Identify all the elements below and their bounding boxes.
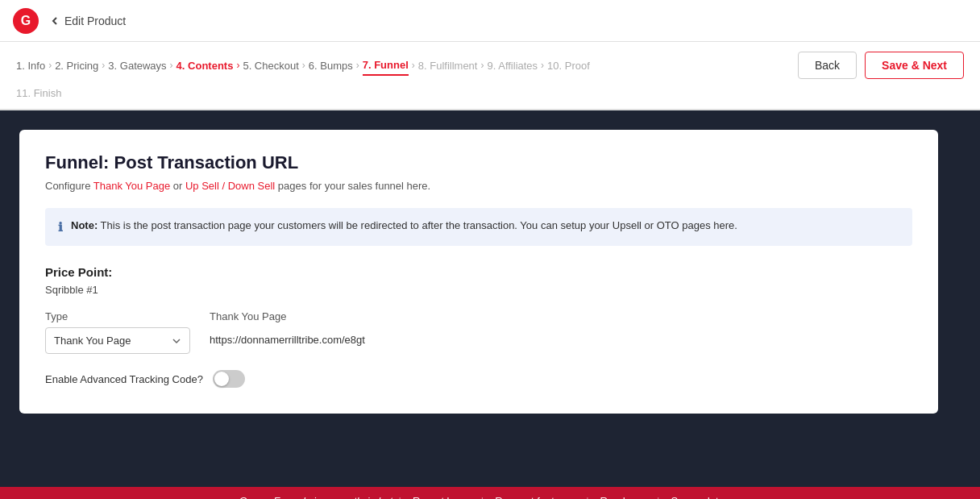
card-subtitle: Configure Thank You Page or Up Sell / Do… bbox=[45, 180, 912, 192]
form-row: Type Thank You Page Up Sell Down Sell Th… bbox=[45, 310, 912, 354]
tracking-toggle[interactable] bbox=[213, 370, 245, 388]
step-fulfillment[interactable]: 8. Fulfillment bbox=[418, 56, 478, 75]
steps-row1: 1. Info › 2. Pricing › 3. Gateways › 4. … bbox=[0, 42, 980, 79]
info-box-text: Note: This is the post transaction page … bbox=[71, 219, 737, 231]
type-field: Type Thank You Page Up Sell Down Sell bbox=[45, 310, 190, 354]
step-contents[interactable]: 4. Contents bbox=[176, 56, 234, 75]
back-to-products-button[interactable]: Edit Product bbox=[48, 15, 126, 27]
step-gateways[interactable]: 3. Gateways bbox=[108, 56, 166, 75]
info-icon: ℹ bbox=[58, 220, 63, 235]
step-funnel[interactable]: 7. Funnel bbox=[363, 56, 409, 76]
url-field: Thank You Page https://donnamerrilltribe… bbox=[210, 310, 365, 346]
steps-wrapper: 1. Info › 2. Pricing › 3. Gateways › 4. … bbox=[0, 42, 980, 110]
footer-see-updates-link[interactable]: See updates bbox=[659, 495, 741, 499]
app-logo: G bbox=[13, 8, 39, 34]
footer-beta-text: GrooveFunnels is currently in beta bbox=[239, 495, 399, 499]
step-bumps[interactable]: 6. Bumps bbox=[309, 56, 353, 75]
chevron-icon-6: › bbox=[356, 60, 359, 71]
step-proof[interactable]: 10. Proof bbox=[547, 56, 590, 75]
steps-row2: 11. Finish bbox=[0, 79, 980, 109]
chevron-icon-4: › bbox=[236, 60, 239, 71]
steps-actions: Back Save & Next bbox=[798, 52, 964, 79]
tracking-row: Enable Advanced Tracking Code? bbox=[45, 370, 912, 388]
footer-report-bugs-link[interactable]: Report bugs bbox=[401, 495, 481, 499]
step-pricing[interactable]: 2. Pricing bbox=[55, 56, 98, 75]
header: G Edit Product bbox=[0, 0, 980, 42]
main-content-area: Funnel: Post Transaction URL Configure T… bbox=[0, 110, 980, 487]
chevron-icon-7: › bbox=[412, 60, 415, 71]
step-affiliates[interactable]: 9. Affiliates bbox=[487, 56, 538, 75]
type-label: Type bbox=[45, 310, 190, 322]
upsell-downsell-link[interactable]: Up Sell / Down Sell bbox=[185, 180, 275, 192]
tracking-label: Enable Advanced Tracking Code? bbox=[45, 373, 203, 385]
step-finish[interactable]: 11. Finish bbox=[16, 84, 964, 102]
info-box: ℹ Note: This is the post transaction pag… bbox=[45, 208, 912, 246]
url-label: Thank You Page bbox=[210, 310, 365, 322]
chevron-icon-9: › bbox=[541, 60, 544, 71]
chevron-icon-8: › bbox=[480, 60, 484, 71]
save-next-button[interactable]: Save & Next bbox=[865, 52, 964, 79]
chevron-icon-5: › bbox=[302, 60, 305, 71]
step-checkout[interactable]: 5. Checkout bbox=[243, 56, 298, 75]
footer-request-features-link[interactable]: Request features bbox=[484, 495, 586, 499]
price-point-value: Sqribble #1 bbox=[45, 284, 912, 296]
chevron-icon-3: › bbox=[170, 60, 173, 71]
footer-roadmap-link[interactable]: Roadmap bbox=[589, 495, 657, 499]
card-title: Funnel: Post Transaction URL bbox=[45, 152, 912, 173]
type-select[interactable]: Thank You Page Up Sell Down Sell bbox=[45, 327, 190, 354]
funnel-card: Funnel: Post Transaction URL Configure T… bbox=[19, 130, 938, 414]
url-value: https://donnamerrilltribe.com/e8gt bbox=[210, 327, 365, 346]
thank-you-page-link[interactable]: Thank You Page bbox=[93, 180, 170, 192]
step-info[interactable]: 1. Info bbox=[16, 56, 45, 75]
chevron-icon-1: › bbox=[48, 60, 52, 71]
price-point-label: Price Point: bbox=[45, 265, 912, 279]
chevron-icon-2: › bbox=[102, 60, 105, 71]
footer: GrooveFunnels is currently in beta | Rep… bbox=[0, 487, 980, 499]
back-button[interactable]: Back bbox=[798, 52, 857, 79]
